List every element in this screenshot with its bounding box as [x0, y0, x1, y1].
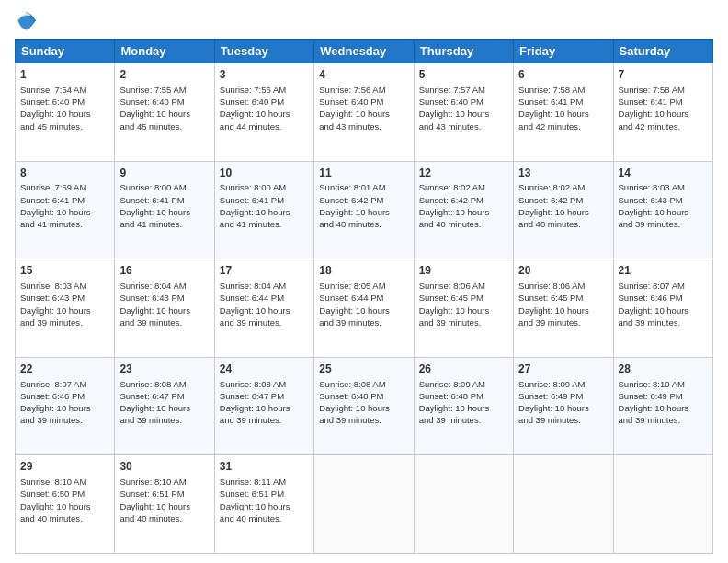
calendar-cell: 22Sunrise: 8:07 AMSunset: 6:46 PMDayligh…: [16, 357, 115, 455]
day-info-line: Daylight: 10 hours: [319, 206, 408, 218]
calendar-cell: 28Sunrise: 8:10 AMSunset: 6:49 PMDayligh…: [613, 357, 712, 455]
calendar-week-row: 15Sunrise: 8:03 AMSunset: 6:43 PMDayligh…: [16, 259, 713, 358]
day-number: 14: [619, 166, 708, 181]
day-info-line: Daylight: 10 hours: [518, 304, 608, 316]
calendar-cell: 4Sunrise: 7:56 AMSunset: 6:40 PMDaylight…: [314, 63, 414, 162]
day-info-line: Daylight: 10 hours: [319, 402, 408, 414]
day-number: 20: [518, 263, 608, 279]
day-info-line: and 40 minutes.: [518, 218, 608, 230]
calendar-cell: 21Sunrise: 8:07 AMSunset: 6:46 PMDayligh…: [613, 259, 712, 358]
day-number: 30: [119, 459, 209, 475]
calendar-header-row: SundayMondayTuesdayWednesdayThursdayFrid…: [16, 40, 713, 63]
day-info-line: Sunrise: 7:55 AM: [119, 84, 209, 96]
calendar-cell: 10Sunrise: 8:00 AMSunset: 6:41 PMDayligh…: [214, 161, 313, 259]
day-number: 1: [20, 67, 109, 83]
day-info-line: Sunrise: 8:02 AM: [518, 181, 608, 193]
day-info-line: Sunrise: 8:10 AM: [20, 476, 109, 488]
calendar-cell: 3Sunrise: 7:56 AMSunset: 6:40 PMDaylight…: [214, 63, 313, 162]
logo-icon: [17, 11, 37, 31]
calendar-cell: 9Sunrise: 8:00 AMSunset: 6:41 PMDaylight…: [115, 161, 214, 259]
calendar-cell: 7Sunrise: 7:58 AMSunset: 6:41 PMDaylight…: [613, 63, 712, 162]
day-info-line: Sunrise: 8:04 AM: [119, 280, 209, 292]
day-info-line: Daylight: 10 hours: [319, 304, 408, 316]
calendar-cell: 19Sunrise: 8:06 AMSunset: 6:45 PMDayligh…: [414, 259, 513, 358]
day-info-line: Sunset: 6:42 PM: [319, 194, 408, 206]
day-info-line: Daylight: 10 hours: [619, 206, 708, 218]
day-number: 15: [20, 263, 109, 279]
day-info-line: Sunset: 6:41 PM: [518, 96, 608, 108]
day-info-line: and 39 minutes.: [619, 316, 708, 328]
day-info-line: Sunrise: 8:07 AM: [619, 280, 708, 292]
day-info-line: Sunset: 6:42 PM: [419, 194, 508, 206]
day-number: 26: [419, 362, 508, 377]
day-info-line: and 39 minutes.: [20, 316, 109, 328]
day-number: 7: [619, 67, 708, 83]
day-info-line: Sunset: 6:40 PM: [220, 96, 309, 108]
day-info-line: Sunset: 6:40 PM: [20, 96, 109, 108]
day-info-line: Sunrise: 7:58 AM: [619, 84, 708, 96]
day-info-line: Daylight: 10 hours: [220, 402, 309, 414]
day-number: 5: [419, 67, 508, 83]
day-number: 23: [119, 362, 209, 377]
day-info-line: Sunset: 6:51 PM: [220, 488, 309, 500]
day-number: 19: [419, 263, 508, 279]
day-info-line: Sunset: 6:50 PM: [20, 488, 109, 500]
day-info-line: Sunset: 6:44 PM: [319, 292, 408, 304]
day-info-line: Daylight: 10 hours: [419, 402, 508, 414]
day-info-line: and 39 minutes.: [419, 316, 508, 328]
day-info-line: Daylight: 10 hours: [119, 500, 209, 512]
day-info-line: and 40 minutes.: [419, 218, 508, 230]
day-info-line: and 39 minutes.: [518, 316, 608, 328]
day-info-line: Daylight: 10 hours: [419, 304, 508, 316]
weekday-header: Wednesday: [314, 40, 414, 63]
day-info-line: and 42 minutes.: [619, 121, 708, 132]
day-info-line: Daylight: 10 hours: [619, 108, 708, 120]
day-info-line: and 39 minutes.: [619, 218, 708, 230]
day-info-line: and 44 minutes.: [220, 121, 309, 132]
weekday-header: Sunday: [16, 40, 115, 63]
day-info-line: Sunrise: 8:03 AM: [20, 280, 109, 292]
day-info-line: Sunrise: 8:10 AM: [619, 378, 708, 390]
day-info-line: Sunrise: 8:08 AM: [119, 378, 209, 390]
day-info-line: Sunset: 6:49 PM: [518, 390, 608, 402]
day-info-line: Sunset: 6:40 PM: [319, 96, 408, 108]
day-info-line: and 39 minutes.: [220, 316, 309, 328]
day-info-line: Daylight: 10 hours: [619, 304, 708, 316]
day-info-line: Daylight: 10 hours: [20, 304, 109, 316]
day-info-line: and 39 minutes.: [319, 316, 408, 328]
day-info-line: Sunrise: 8:10 AM: [119, 476, 209, 488]
day-info-line: Daylight: 10 hours: [518, 402, 608, 414]
day-info-line: Sunset: 6:41 PM: [119, 194, 209, 206]
day-info-line: Sunrise: 7:56 AM: [319, 84, 408, 96]
day-info-line: and 39 minutes.: [518, 414, 608, 426]
day-info-line: Daylight: 10 hours: [419, 108, 508, 120]
day-info-line: and 39 minutes.: [119, 414, 209, 426]
day-info-line: and 45 minutes.: [119, 121, 209, 132]
day-number: 25: [319, 362, 408, 377]
day-info-line: Daylight: 10 hours: [518, 206, 608, 218]
calendar-cell: 11Sunrise: 8:01 AMSunset: 6:42 PMDayligh…: [314, 161, 414, 259]
calendar-cell: 23Sunrise: 8:08 AMSunset: 6:47 PMDayligh…: [115, 357, 214, 455]
day-number: 9: [119, 166, 209, 181]
day-number: 18: [319, 263, 408, 279]
day-info-line: Sunrise: 8:02 AM: [419, 181, 508, 193]
weekday-header: Saturday: [613, 40, 712, 63]
day-info-line: and 40 minutes.: [20, 512, 109, 524]
calendar-cell: 29Sunrise: 8:10 AMSunset: 6:50 PMDayligh…: [16, 455, 115, 554]
calendar-cell: 26Sunrise: 8:09 AMSunset: 6:48 PMDayligh…: [414, 357, 513, 455]
day-number: 21: [619, 263, 708, 279]
day-info-line: Daylight: 10 hours: [220, 206, 309, 218]
day-info-line: and 41 minutes.: [119, 218, 209, 230]
day-info-line: Sunrise: 8:08 AM: [220, 378, 309, 390]
calendar-table: SundayMondayTuesdayWednesdayThursdayFrid…: [15, 39, 713, 554]
day-info-line: Daylight: 10 hours: [119, 206, 209, 218]
day-info-line: and 43 minutes.: [319, 121, 408, 132]
day-info-line: Daylight: 10 hours: [518, 108, 608, 120]
day-info-line: Sunrise: 8:07 AM: [20, 378, 109, 390]
day-info-line: Daylight: 10 hours: [20, 108, 109, 120]
day-info-line: and 45 minutes.: [20, 121, 109, 132]
calendar-cell: 13Sunrise: 8:02 AMSunset: 6:42 PMDayligh…: [514, 161, 613, 259]
day-number: 31: [220, 459, 309, 475]
day-number: 27: [518, 362, 608, 377]
day-number: 12: [419, 166, 508, 181]
